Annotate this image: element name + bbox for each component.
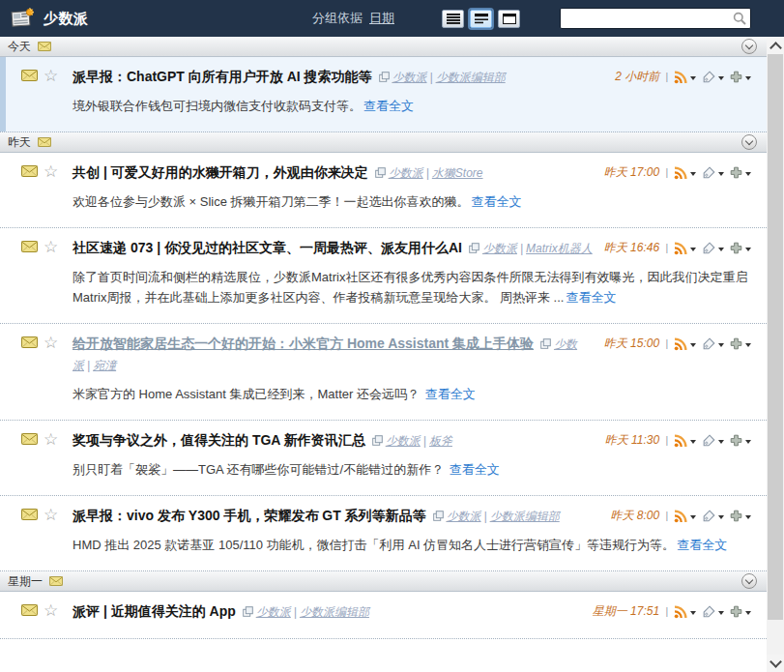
rss-menu-button[interactable] [674, 242, 696, 255]
add-menu-button[interactable] [730, 337, 751, 350]
tag-menu-button[interactable] [702, 337, 724, 351]
rss-menu-button[interactable] [674, 166, 696, 180]
clip-icon[interactable] [469, 239, 479, 259]
feed-link[interactable]: 少数派 [386, 434, 421, 448]
titles-view-button[interactable] [442, 10, 464, 28]
group-collapse-button[interactable] [741, 573, 757, 589]
rss-menu-button[interactable] [674, 605, 696, 619]
article-title[interactable]: 共创 | 可爱又好用的水獭开箱刀，外观由你来决定 [73, 164, 368, 180]
star-icon[interactable]: ☆ [44, 161, 58, 182]
clip-icon[interactable] [372, 431, 383, 452]
author-link[interactable]: 少数派编辑部 [490, 510, 560, 523]
tag-menu-button[interactable] [702, 510, 724, 523]
star-icon[interactable]: ☆ [44, 333, 58, 353]
article-title[interactable]: 给开放智能家居生态一个好的开始：小米官方 Home Assistant 集成上手… [73, 336, 534, 351]
clip-icon[interactable] [375, 163, 386, 184]
star-icon[interactable]: ☆ [44, 505, 58, 525]
read-more-link[interactable]: 查看全文 [677, 538, 727, 552]
article-meta-right: 昨天 11:30 | [605, 430, 751, 451]
group-header-monday[interactable]: 星期一 [0, 571, 767, 592]
article-row[interactable]: ☆ 昨天 8:00 | 派早报：vivo 发布 Y300 手机，荣耀发布 GT … [0, 496, 767, 571]
clip-icon[interactable] [433, 507, 444, 527]
feed-link[interactable]: 少数派 [256, 605, 291, 619]
author-link[interactable]: 水獭Store [432, 166, 483, 180]
unread-envelope-icon[interactable] [21, 604, 38, 616]
unread-envelope-icon[interactable] [21, 165, 38, 177]
article-title[interactable]: 派评 | 近期值得关注的 App [73, 603, 236, 619]
caret-down-icon [718, 172, 724, 176]
star-icon[interactable]: ☆ [44, 429, 58, 450]
tag-menu-button[interactable] [702, 434, 724, 448]
feed-link[interactable]: 少数派 [482, 242, 517, 255]
rss-menu-button[interactable] [674, 434, 696, 448]
group-header-yesterday[interactable]: 昨天 [0, 132, 767, 153]
group-collapse-button[interactable] [741, 134, 757, 150]
scroll-down-button[interactable] [767, 655, 784, 672]
add-menu-button[interactable] [730, 510, 751, 522]
group-collapse-button[interactable] [741, 39, 757, 54]
unread-envelope-icon[interactable] [21, 509, 38, 520]
article-row[interactable]: ☆ 昨天 11:30 | 奖项与争议之外，值得关注的 TGA 新作资讯汇总少数派… [0, 421, 767, 496]
clip-icon[interactable] [379, 68, 390, 88]
read-more-link[interactable]: 查看全文 [425, 387, 476, 401]
tag-icon [702, 510, 715, 523]
group-label[interactable]: 昨天 [8, 134, 31, 151]
rss-menu-button[interactable] [674, 71, 696, 84]
group-by-value-dropdown[interactable]: 日期 [369, 11, 394, 25]
group-header-today[interactable]: 今天 [0, 37, 767, 57]
scroll-up-button[interactable] [767, 37, 784, 54]
rss-menu-button[interactable] [674, 510, 696, 523]
add-menu-button[interactable] [730, 605, 751, 618]
group-label[interactable]: 星期一 [8, 573, 43, 590]
read-more-link[interactable]: 查看全文 [363, 99, 414, 113]
article-title[interactable]: 社区速递 073 | 你没见过的社区文章、一周最热评、派友用什么AI [73, 240, 462, 255]
feed-link[interactable]: 少数派 [447, 510, 481, 523]
read-more-link[interactable]: 查看全文 [450, 462, 500, 477]
unread-envelope-icon[interactable] [21, 70, 38, 81]
summaries-view-button[interactable] [470, 10, 492, 28]
full-posts-view-button[interactable] [498, 10, 520, 28]
clip-icon[interactable] [243, 602, 253, 623]
author-link[interactable]: 宛潼 [93, 359, 116, 372]
star-icon[interactable]: ☆ [44, 66, 58, 86]
star-icon[interactable]: ☆ [44, 600, 58, 621]
add-menu-button[interactable] [730, 242, 751, 254]
clip-icon[interactable] [540, 335, 551, 355]
read-more-link[interactable]: 查看全文 [566, 290, 616, 305]
author-link[interactable]: Matrix机器人 [526, 242, 593, 255]
star-icon[interactable]: ☆ [44, 237, 58, 257]
author-link[interactable]: 少数派编辑部 [300, 605, 369, 619]
search-icon[interactable] [733, 12, 746, 25]
unread-envelope-icon[interactable] [21, 336, 38, 348]
article-row[interactable]: ☆ 昨天 16:46 | 社区速递 073 | 你没见过的社区文章、一周最热评、… [0, 228, 767, 324]
feed-link[interactable]: 少数派 [389, 166, 423, 180]
add-menu-button[interactable] [730, 71, 751, 83]
tag-menu-button[interactable] [702, 166, 724, 180]
author-link[interactable]: 板斧 [429, 434, 452, 448]
article-title[interactable]: 派早报：ChatGPT 向所有用户开放 AI 搜索功能等 [73, 69, 372, 84]
vertical-scrollbar[interactable] [767, 37, 784, 672]
read-more-link[interactable]: 查看全文 [472, 194, 522, 209]
caret-down-icon [690, 343, 696, 347]
scrollbar-thumb[interactable] [768, 54, 783, 620]
tag-menu-button[interactable] [702, 605, 724, 619]
tag-menu-button[interactable] [702, 242, 724, 255]
unread-envelope-icon[interactable] [21, 241, 38, 252]
article-title[interactable]: 派早报：vivo 发布 Y300 手机，荣耀发布 GT 系列等新品等 [73, 508, 426, 523]
search-input[interactable] [561, 10, 733, 27]
article-row[interactable]: ☆ 昨天 17:00 | 共创 | 可爱又好用的水獭开箱刀，外观由你来决定少数派… [0, 153, 767, 228]
feed-link[interactable]: 少数派 [392, 71, 427, 84]
meta-separator: | [665, 67, 668, 87]
tag-menu-button[interactable] [702, 71, 724, 84]
add-menu-button[interactable] [730, 166, 751, 179]
article-time: 2 小时前 [615, 67, 659, 87]
add-menu-button[interactable] [730, 434, 751, 447]
rss-menu-button[interactable] [674, 337, 696, 351]
article-row[interactable]: ☆ 星期一 17:51 | 派评 | 近期值得关注的 App少数派|少数派编辑部 [0, 592, 767, 639]
author-link[interactable]: 少数派编辑部 [436, 71, 506, 84]
group-label[interactable]: 今天 [8, 39, 31, 55]
unread-envelope-icon[interactable] [21, 433, 38, 445]
article-row[interactable]: ☆ 昨天 15:00 | 给开放智能家居生态一个好的开始：小米官方 Home A… [0, 324, 767, 421]
article-title[interactable]: 奖项与争议之外，值得关注的 TGA 新作资讯汇总 [73, 432, 365, 448]
article-row[interactable]: ☆ 2 小时前 | 派早报：ChatGPT 向所有用户开放 AI 搜索功能等少数… [0, 57, 767, 132]
